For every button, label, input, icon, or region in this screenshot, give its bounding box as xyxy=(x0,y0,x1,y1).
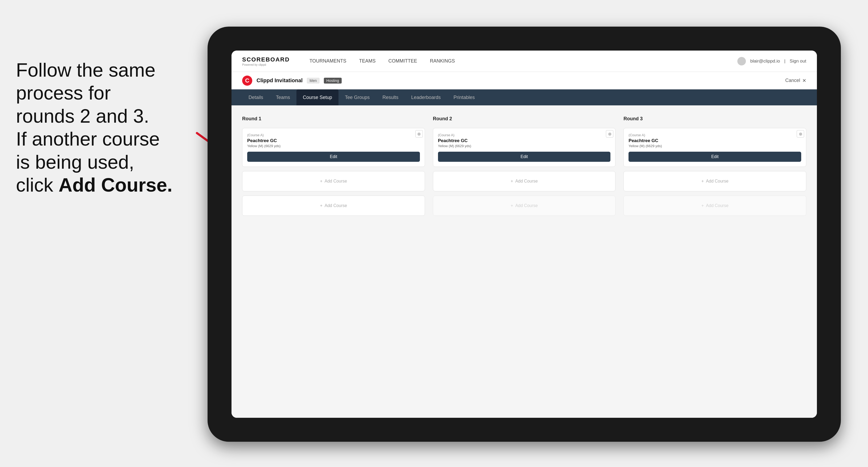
round-2-add-course-1[interactable]: + Add Course xyxy=(433,171,616,191)
cancel-label: Cancel xyxy=(785,78,800,83)
tab-printables[interactable]: Printables xyxy=(447,89,481,105)
logo-scoreboard: SCOREBOARD xyxy=(242,56,290,63)
round-1-course-label: (Course A) xyxy=(247,133,420,137)
round-3-title: Round 3 xyxy=(623,116,806,122)
instruction-text: Follow the sameprocess forrounds 2 and 3… xyxy=(16,59,173,195)
plus-icon: + xyxy=(320,203,322,208)
cancel-button[interactable]: Cancel ✕ xyxy=(785,78,806,84)
nav-tournaments[interactable]: TOURNAMENTS xyxy=(303,51,353,72)
round-3-column: Round 3 (Course A) Peachtree GC Yellow (… xyxy=(623,116,806,216)
plus-icon: + xyxy=(702,203,704,208)
tab-tee-groups[interactable]: Tee Groups xyxy=(338,89,376,105)
round-1-delete-button[interactable]: ⊗ xyxy=(415,130,423,137)
nav-divider: | xyxy=(784,59,785,64)
hosting-badge: Hosting xyxy=(324,78,342,84)
tab-bar: Details Teams Course Setup Tee Groups Re… xyxy=(231,89,817,105)
round-1-edit-button[interactable]: Edit xyxy=(247,152,420,162)
user-email: blair@clippd.io xyxy=(750,59,780,64)
sign-out-link[interactable]: Sign out xyxy=(790,59,806,64)
nav-committee[interactable]: COMMITTEE xyxy=(382,51,424,72)
rounds-grid: Round 1 (Course A) Peachtree GC Yellow (… xyxy=(242,116,806,216)
men-badge: Men xyxy=(307,78,319,84)
plus-icon: + xyxy=(510,203,513,208)
round-2-title: Round 2 xyxy=(433,116,616,122)
round-3-add-course-2-label: Add Course xyxy=(706,203,728,208)
main-content: Round 1 (Course A) Peachtree GC Yellow (… xyxy=(231,105,817,418)
tournament-logo: C xyxy=(242,75,252,86)
round-1-add-course-2[interactable]: + Add Course xyxy=(242,195,425,216)
round-2-add-course-1-label: Add Course xyxy=(515,179,538,184)
avatar xyxy=(737,57,746,65)
nav-links: TOURNAMENTS TEAMS COMMITTEE RANKINGS xyxy=(303,51,738,72)
round-3-course-name: Peachtree GC xyxy=(628,138,801,144)
tab-course-setup[interactable]: Course Setup xyxy=(297,89,338,105)
round-2-delete-button[interactable]: ⊗ xyxy=(606,130,613,137)
round-2-course-label: (Course A) xyxy=(438,133,611,137)
round-2-add-course-2-label: Add Course xyxy=(515,203,538,208)
round-2-add-course-2: + Add Course xyxy=(433,195,616,216)
round-1-course-card: (Course A) Peachtree GC Yellow (M) (6629… xyxy=(242,128,425,167)
close-icon: ✕ xyxy=(802,78,806,84)
round-1-title: Round 1 xyxy=(242,116,425,122)
round-1-course-name: Peachtree GC xyxy=(247,138,420,144)
nav-right: blair@clippd.io | Sign out xyxy=(737,57,806,65)
tab-teams[interactable]: Teams xyxy=(270,89,297,105)
logo-area: SCOREBOARD Powered by clippd xyxy=(242,56,290,66)
round-2-course-name: Peachtree GC xyxy=(438,138,611,144)
round-3-add-course-1[interactable]: + Add Course xyxy=(623,171,806,191)
tab-leaderboards[interactable]: Leaderboards xyxy=(405,89,447,105)
round-3-course-detail: Yellow (M) (6629 yds) xyxy=(628,144,801,148)
tab-details[interactable]: Details xyxy=(242,89,270,105)
round-3-delete-button[interactable]: ⊗ xyxy=(797,130,804,137)
nav-rankings[interactable]: RANKINGS xyxy=(424,51,461,72)
round-2-course-card-wrapper: (Course A) Peachtree GC Yellow (M) (6629… xyxy=(433,128,616,167)
round-3-course-card: (Course A) Peachtree GC Yellow (M) (6629… xyxy=(623,128,806,167)
logo-sub: Powered by clippd xyxy=(242,63,290,66)
round-1-column: Round 1 (Course A) Peachtree GC Yellow (… xyxy=(242,116,425,216)
round-1-add-course-1[interactable]: + Add Course xyxy=(242,171,425,191)
round-3-edit-button[interactable]: Edit xyxy=(628,152,801,162)
tablet-screen: SCOREBOARD Powered by clippd TOURNAMENTS… xyxy=(231,51,817,418)
round-3-add-course-1-label: Add Course xyxy=(706,179,728,184)
round-1-course-card-wrapper: (Course A) Peachtree GC Yellow (M) (6629… xyxy=(242,128,425,167)
round-2-column: Round 2 (Course A) Peachtree GC Yellow (… xyxy=(433,116,616,216)
plus-icon: + xyxy=(510,179,513,184)
tournament-left: C Clippd Invitational Men Hosting xyxy=(242,75,342,86)
round-1-course-detail: Yellow (M) (6629 yds) xyxy=(247,144,420,148)
round-1-add-course-1-label: Add Course xyxy=(324,179,347,184)
round-2-edit-button[interactable]: Edit xyxy=(438,152,611,162)
round-2-course-card: (Course A) Peachtree GC Yellow (M) (6629… xyxy=(433,128,616,167)
tab-results[interactable]: Results xyxy=(376,89,405,105)
round-3-add-course-2: + Add Course xyxy=(623,195,806,216)
instruction-panel: Follow the sameprocess forrounds 2 and 3… xyxy=(0,48,192,207)
round-3-course-card-wrapper: (Course A) Peachtree GC Yellow (M) (6629… xyxy=(623,128,806,167)
tablet-device: SCOREBOARD Powered by clippd TOURNAMENTS… xyxy=(208,27,841,442)
tournament-name: Clippd Invitational xyxy=(256,77,303,84)
nav-teams[interactable]: TEAMS xyxy=(353,51,382,72)
plus-icon: + xyxy=(702,179,704,184)
round-3-course-label: (Course A) xyxy=(628,133,801,137)
plus-icon: + xyxy=(320,179,322,184)
top-nav: SCOREBOARD Powered by clippd TOURNAMENTS… xyxy=(231,51,817,72)
round-1-add-course-2-label: Add Course xyxy=(324,203,347,208)
round-2-course-detail: Yellow (M) (6629 yds) xyxy=(438,144,611,148)
tournament-header: C Clippd Invitational Men Hosting Cancel… xyxy=(231,72,817,89)
